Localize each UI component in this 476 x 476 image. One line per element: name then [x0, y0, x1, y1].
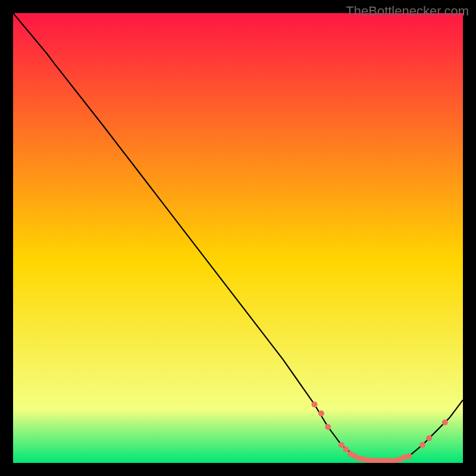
chart-marker — [426, 435, 432, 441]
chart-marker — [339, 442, 345, 448]
chart-marker — [406, 453, 412, 459]
chart-background — [13, 13, 463, 463]
chart-area — [13, 13, 463, 463]
chart-marker — [325, 424, 331, 430]
chart-marker — [312, 402, 318, 408]
chart-marker — [343, 446, 349, 452]
chart-marker — [318, 411, 324, 416]
chart-marker — [442, 419, 448, 425]
chart-svg — [13, 13, 463, 463]
watermark-text: TheBottlenecker.com — [346, 4, 469, 19]
chart-marker — [419, 442, 425, 448]
